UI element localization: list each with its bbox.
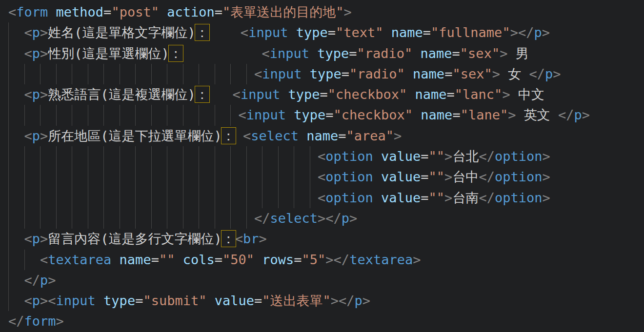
code-line-3: <p>性別(這是單選欄位)： <input type="radio" name=… (8, 43, 644, 64)
code-token-txt (111, 252, 119, 267)
code-token-eq: = (151, 252, 159, 267)
code-token-pn: >< (40, 293, 56, 308)
code-line-2: <p>姓名(這是單格文字欄位)： <input type="text" name… (8, 22, 644, 43)
code-token-pn: ></ (510, 25, 534, 40)
code-line-15: <p><input type="submit" value="送出表單"></p… (8, 291, 644, 311)
code-line-13: <textarea name="" cols="50" rows="5"></t… (8, 250, 644, 270)
code-token-attr: value (381, 169, 421, 184)
code-token-tag: p (32, 293, 40, 308)
code-token-eq: = (423, 25, 431, 40)
code-token-pn: > (40, 25, 48, 40)
code-token-tag: p (32, 25, 40, 40)
code-token-txt (254, 252, 262, 267)
code-token-pn: < (24, 87, 32, 102)
code-token-str: "radio" (357, 46, 413, 61)
code-token-attr: type (317, 46, 349, 61)
code-token-str: "fullname" (431, 25, 510, 40)
code-token-attr: rows (262, 252, 294, 267)
indent-guides (8, 126, 24, 146)
code-token-tag: p (534, 25, 542, 40)
code-token-txt (235, 128, 243, 143)
code-line-11: </select></p> (8, 208, 644, 229)
code-token-tag: option (325, 169, 373, 184)
indent-guides (8, 43, 24, 64)
code-token-tag: input (248, 25, 288, 40)
code-token-pn: < (318, 169, 325, 184)
code-token-attr: name (306, 128, 338, 143)
code-token-pn: </ (479, 149, 495, 164)
code-token-eq: = (328, 25, 336, 40)
code-token-attr: name (391, 25, 423, 40)
code-token-pn: > (582, 107, 590, 122)
code-token-tag: input (241, 87, 280, 102)
code-token-pn: < (8, 4, 16, 20)
code-token-pn: > (492, 66, 500, 81)
code-token-attr: name (421, 107, 452, 122)
code-token-pn: ></ (331, 293, 355, 308)
code-token-str: "area" (346, 128, 394, 143)
code-token-tag: p (32, 46, 40, 61)
code-token-attr: type (310, 66, 342, 81)
code-token-eq: = (103, 4, 111, 20)
code-token-tag: p (32, 231, 40, 246)
ambiguous-char-highlight: ： (196, 25, 209, 40)
ambiguous-char-highlight: ： (222, 128, 235, 143)
indent-guides (8, 291, 24, 311)
code-token-attr: name (413, 66, 444, 81)
code-token-pn: > (502, 87, 510, 102)
code-token-attr: type (296, 25, 328, 40)
code-token-eq: = (349, 46, 357, 61)
code-token-tag: p (574, 107, 582, 122)
code-token-attr: action (167, 4, 215, 20)
code-token-txt: 中文 (510, 87, 544, 102)
code-token-pn: < (235, 231, 243, 246)
code-token-pn: </ (8, 313, 24, 329)
code-token-txt: 性別(這是單選欄位) (48, 46, 169, 61)
code-token-pn: > (349, 211, 357, 226)
code-token-tag: option (495, 190, 543, 205)
code-token-txt (309, 46, 317, 61)
code-token-txt: 所在地區(這是下拉選單欄位) (48, 128, 222, 143)
code-token-eq: = (452, 107, 460, 122)
code-token-txt (175, 252, 182, 267)
code-token-txt (383, 25, 391, 40)
code-line-8: <option value="">台北</option> (8, 146, 644, 167)
code-token-eq: = (215, 252, 222, 267)
code-line-12: <p>留言內容(這是多行文字欄位)：<br> (8, 229, 644, 249)
code-token-tag: select (270, 211, 318, 226)
code-editor[interactable]: <form method="post" action="表單送出的目的地"> <… (0, 0, 644, 332)
code-token-txt: 姓名(這是單格文字欄位) (48, 25, 196, 40)
code-token-tag: option (495, 149, 543, 164)
code-token-txt (96, 293, 103, 308)
code-token-eq: = (447, 87, 455, 102)
code-token-txt: 女 (500, 66, 529, 81)
code-token-str: "lanc" (455, 87, 503, 102)
ambiguous-char-highlight: ： (196, 87, 209, 102)
code-token-attr: value (381, 190, 421, 205)
code-token-pn: > (444, 169, 452, 184)
code-token-pn: > (553, 66, 561, 81)
code-token-pn: < (24, 293, 32, 308)
code-token-eq: = (320, 87, 327, 102)
code-token-attr: cols (183, 252, 215, 267)
code-token-str: "sex" (452, 66, 492, 81)
code-token-attr: type (288, 87, 320, 102)
code-token-txt (407, 87, 415, 102)
code-token-pn: </ (254, 211, 270, 226)
code-token-txt (288, 25, 296, 40)
code-token-tag: p (32, 128, 40, 143)
code-token-pn: < (238, 107, 246, 122)
code-token-pn: < (262, 46, 269, 61)
code-token-str: "送出表單" (262, 293, 331, 308)
code-token-txt: 男 (507, 46, 528, 61)
code-token-txt (280, 87, 288, 102)
code-line-10: <option value="">台南</option> (8, 188, 644, 208)
code-token-tag: p (32, 87, 40, 102)
code-token-pn: < (24, 25, 32, 40)
code-token-pn: < (243, 128, 251, 143)
code-token-txt (373, 190, 381, 205)
code-token-pn: ></ (325, 252, 349, 267)
code-token-str: "submit" (143, 293, 206, 308)
code-token-pn: > (542, 190, 550, 205)
code-token-attr: method (56, 4, 104, 20)
